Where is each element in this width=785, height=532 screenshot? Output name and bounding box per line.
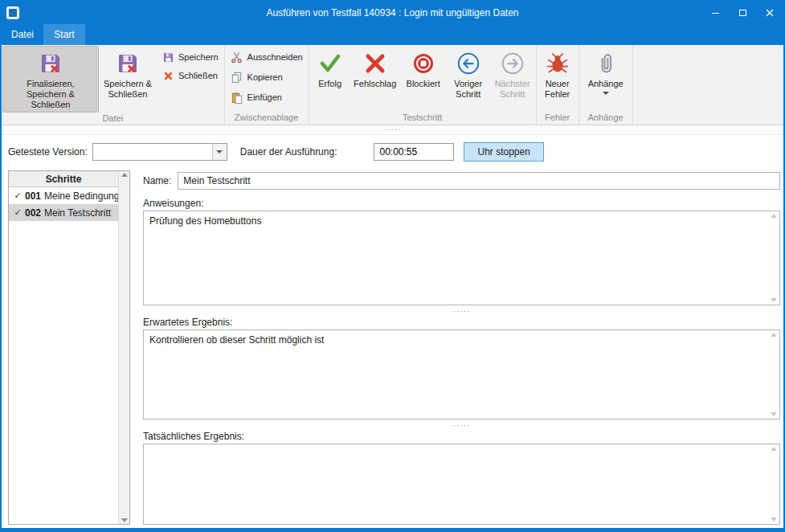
stop-clock-button[interactable]: Uhr stoppen [464, 142, 543, 162]
attachments-label: Anhänge [588, 79, 624, 89]
minimize-icon [712, 13, 719, 14]
paperclip-icon [595, 50, 617, 77]
instructions-label: Anweisungen: [143, 198, 780, 209]
tested-version-input[interactable] [93, 144, 212, 160]
app-icon[interactable] [6, 6, 19, 19]
maximize-button[interactable] [729, 2, 756, 24]
copy-icon [231, 71, 243, 84]
copy-button[interactable]: Kopieren [231, 71, 283, 84]
scroll-down-icon[interactable] [121, 518, 128, 522]
expected-result-textarea[interactable] [144, 330, 779, 419]
finalize-save-close-label: Finalisieren, Speichern & Schließen [6, 79, 95, 110]
save-button[interactable]: Speichern [161, 51, 219, 63]
splitter-handle[interactable]: ····· [143, 305, 780, 317]
step-check-icon: ✓ [12, 190, 23, 201]
save-label: Speichern [178, 52, 219, 62]
fail-label: Fehlschlag [354, 79, 396, 89]
steps-header: Schritte [9, 171, 118, 187]
execution-toolbar: Getestete Version: Dauer der Ausführung:… [2, 135, 783, 169]
step-number: 001 [25, 190, 41, 202]
tab-datei[interactable]: Datei [2, 24, 43, 45]
blocked-label: Blockiert [407, 79, 440, 89]
expected-result-field [143, 329, 780, 419]
name-label: Name: [143, 175, 171, 186]
combo-dropdown-button[interactable] [212, 144, 227, 160]
ribbon-collapse-handle[interactable]: ····· [2, 125, 783, 135]
group-error-content: Neuer Fehler [538, 46, 578, 112]
group-caption-testschritt: Testschritt [310, 112, 535, 125]
cut-button[interactable]: Ausschneiden [231, 51, 303, 63]
splitter-dots: ····· [453, 421, 471, 430]
scroll-up-icon[interactable] [771, 447, 777, 451]
close-button[interactable] [756, 2, 783, 24]
step-list-item[interactable]: ✓ 001 Meine Bedingung [9, 187, 118, 204]
window-controls [701, 2, 783, 24]
tested-version-label: Getestete Version: [8, 146, 88, 158]
instructions-textarea[interactable] [144, 211, 779, 305]
app-window: Ausführen von Testfall 140934 : Login mi… [0, 0, 785, 532]
scroll-down-icon[interactable] [771, 298, 777, 302]
finalize-save-close-button[interactable]: Finalisieren, Speichern & Schließen [2, 46, 99, 113]
duration-input[interactable] [374, 143, 454, 161]
instructions-field [143, 211, 780, 305]
next-step-button[interactable]: Nächster Schritt [490, 46, 535, 112]
group-attachments-content: Anhänge [580, 46, 632, 112]
scissors-icon [231, 51, 243, 63]
name-row: Name: [143, 172, 780, 190]
step-label: Meine Bedingung [44, 190, 118, 202]
fail-x-icon [365, 50, 386, 77]
save-icon [161, 51, 174, 63]
save-close-icon [116, 50, 140, 77]
close-file-icon [161, 69, 174, 82]
actual-result-label: Tatsächliches Ergebnis: [143, 431, 780, 442]
step-number: 002 [25, 207, 41, 219]
blocked-button[interactable]: Blockiert [400, 46, 447, 112]
window-title: Ausführen von Testfall 140934 : Login mi… [2, 7, 783, 18]
main-area: Schritte ✓ 001 Meine Bedingung ✓ 002 Mei… [2, 169, 783, 528]
paste-icon [231, 91, 243, 104]
bug-icon [546, 50, 569, 77]
duration-label: Dauer der Ausführung: [240, 146, 337, 158]
step-name-input[interactable] [178, 172, 780, 190]
splitter-handle[interactable]: ····· [143, 419, 780, 431]
maximize-icon [739, 10, 746, 16]
group-teststep-content: Erfolg Fehlschlag [310, 46, 535, 112]
chevron-down-icon [216, 150, 223, 153]
tested-version-combobox[interactable] [92, 143, 227, 161]
previous-step-button[interactable]: Voriger Schritt [447, 46, 490, 112]
new-error-button[interactable]: Neuer Fehler [538, 46, 578, 112]
steps-scrollbar[interactable] [118, 171, 129, 524]
title-bar: Ausführen von Testfall 140934 : Login mi… [2, 2, 783, 24]
actual-result-textarea[interactable] [144, 444, 779, 524]
paste-button[interactable]: Einfügen [231, 91, 282, 104]
ribbon-group-zwischenablage: Ausschneiden Kopieren [225, 45, 309, 125]
fail-button[interactable]: Fehlschlag [350, 46, 400, 112]
scroll-down-icon[interactable] [771, 518, 777, 522]
group-clipboard-content: Ausschneiden Kopieren [226, 46, 308, 112]
scroll-up-icon[interactable] [121, 173, 128, 177]
next-step-icon [501, 50, 525, 77]
datei-small-buttons: Speichern Schließen [157, 46, 223, 113]
group-caption-datei: Datei [2, 113, 223, 125]
scroll-up-icon[interactable] [771, 214, 777, 218]
success-button[interactable]: Erfolg [310, 46, 350, 112]
attachments-button[interactable]: Anhänge [580, 46, 632, 112]
save-finalize-icon [39, 50, 63, 77]
ribbon-spacer [633, 45, 783, 125]
save-and-close-button[interactable]: Speichern & Schließen [99, 46, 157, 113]
expected-result-label: Erwartetes Ergebnis: [143, 317, 780, 328]
save-and-close-label: Speichern & Schließen [103, 79, 153, 100]
step-list-item[interactable]: ✓ 002 Mein Testschritt [9, 204, 118, 221]
blocked-stop-icon [412, 50, 435, 77]
ribbon-tabstrip: Datei Start [2, 24, 783, 45]
steps-list: Schritte ✓ 001 Meine Bedingung ✓ 002 Mei… [9, 171, 118, 524]
attachments-dropdown-icon [603, 92, 609, 95]
tab-start[interactable]: Start [43, 24, 85, 45]
minimize-button[interactable] [701, 2, 729, 24]
scroll-down-icon[interactable] [771, 412, 777, 416]
close-file-button[interactable]: Schließen [161, 69, 218, 82]
scroll-up-icon[interactable] [771, 333, 777, 337]
ribbon-group-fehler: Neuer Fehler Fehler [537, 45, 579, 125]
success-check-icon [319, 50, 341, 77]
ribbon-group-datei: Finalisieren, Speichern & Schließen Spei… [2, 45, 225, 125]
